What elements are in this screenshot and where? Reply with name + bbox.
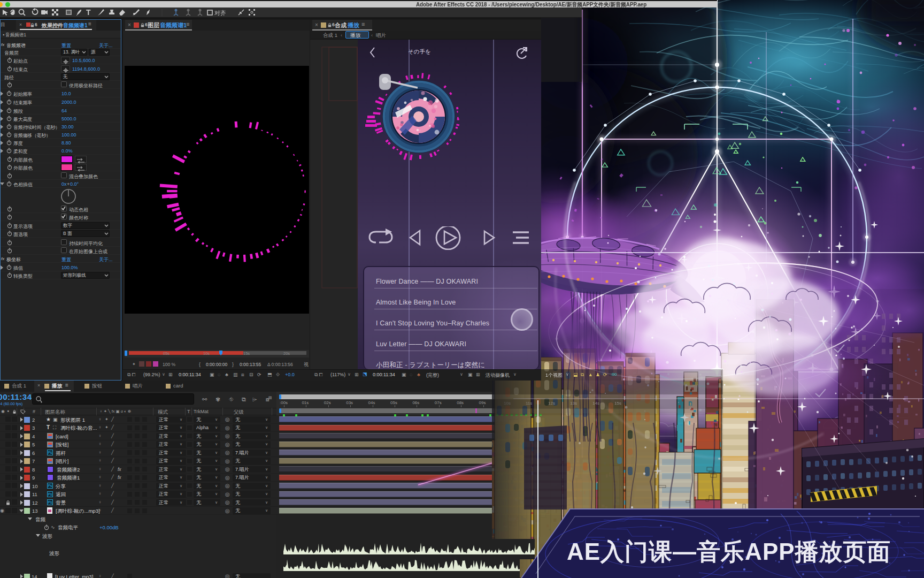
svg-text:对齐: 对齐 — [214, 10, 226, 16]
svg-text:T: T — [86, 8, 91, 17]
svg-text:AE入门课—音乐APP播放页面: AE入门课—音乐APP播放页面 — [567, 538, 891, 565]
